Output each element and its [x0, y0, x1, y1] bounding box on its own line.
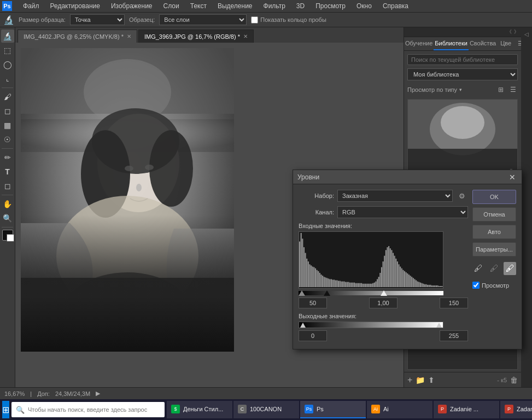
dialog-close-button[interactable]: ✕	[507, 172, 517, 182]
tool-selection[interactable]: ⬚	[1, 44, 14, 57]
taskbar-app-1[interactable]: C 100CANON	[233, 401, 299, 418]
upload-icon[interactable]: ⬆	[428, 376, 435, 384]
trash-icon[interactable]: 🗑	[510, 376, 518, 384]
menu-select[interactable]: Выделение	[215, 2, 255, 10]
taskbar-search-input[interactable]	[28, 406, 160, 413]
svg-rect-39	[328, 278, 329, 287]
input-slider-container	[299, 291, 443, 295]
taskbar-app-3[interactable]: Ai Ai	[367, 401, 432, 418]
panel-tab-learning[interactable]: Обучение	[404, 37, 434, 50]
menu-view[interactable]: Просмотр	[313, 2, 348, 10]
tab-1-close[interactable]: ✕	[127, 33, 131, 39]
output-slider-track[interactable]	[299, 322, 443, 328]
tool-text[interactable]: T	[1, 165, 14, 178]
output-min-value[interactable]: 0	[299, 330, 327, 341]
taskbar-app-2-label: Ps	[317, 406, 324, 412]
tool-hand[interactable]: ✋	[1, 197, 14, 211]
tool-foreground-color[interactable]	[2, 230, 13, 241]
size-select[interactable]: Точка	[70, 14, 125, 25]
eyedropper-gray-button[interactable]: 🖋	[488, 262, 501, 275]
strip-collapse[interactable]: ◁	[522, 30, 531, 38]
input-highlight-value[interactable]: 150	[440, 298, 468, 308]
menu-3d[interactable]: 3D	[294, 2, 307, 10]
tool-gradient[interactable]: ▦	[1, 119, 14, 132]
tool-eyedropper[interactable]: 🔬	[1, 30, 14, 43]
svg-rect-49	[342, 282, 343, 287]
doc-arrow[interactable]: ▶	[96, 390, 100, 397]
svg-rect-37	[325, 277, 326, 287]
tab-2-close[interactable]: ✕	[243, 33, 248, 39]
svg-rect-84	[393, 253, 394, 287]
add-icon[interactable]: +	[407, 375, 412, 385]
taskbar-app-3-label: Ai	[383, 406, 389, 412]
tool-crop[interactable]: ⌞	[1, 72, 14, 85]
input-slider-track[interactable]	[299, 291, 443, 295]
channel-select[interactable]: RGB	[337, 206, 468, 218]
menu-help[interactable]: Справка	[381, 2, 411, 10]
input-shadow-value[interactable]: 50	[299, 298, 327, 308]
tool-dodge[interactable]: ☉	[1, 133, 14, 146]
list-view-button[interactable]: ☰	[508, 85, 518, 95]
menu-filter[interactable]: Фильтр	[261, 2, 288, 10]
ok-button[interactable]: OK	[472, 190, 516, 204]
svg-rect-106	[424, 284, 425, 287]
input-highlight-thumb[interactable]	[381, 290, 387, 296]
taskbar-app-4[interactable]: P Zadanie ...	[434, 401, 499, 418]
grid-view-button[interactable]: ⊞	[496, 85, 506, 95]
input-values-row: 50 1,00 150	[299, 298, 468, 308]
tab-2[interactable]: IMG_3969.JPG @ 16,7% (RGB/8) * ✕	[138, 30, 254, 43]
panel-collapse-right[interactable]: 》	[514, 28, 519, 36]
tool-eraser[interactable]: ◻	[1, 104, 14, 118]
output-max-value[interactable]: 255	[440, 330, 468, 341]
histogram-container: Входные значения:	[299, 223, 468, 289]
panel-collapse-left[interactable]: 《	[507, 28, 512, 36]
tool-pen[interactable]: ✏	[1, 151, 14, 164]
taskbar-app-5[interactable]: P Zadanie 2...	[500, 401, 532, 418]
preview-checkbox[interactable]	[472, 282, 480, 289]
menu-image[interactable]: Изображение	[109, 2, 155, 10]
eyedropper-white-button[interactable]: 🖋	[504, 262, 516, 275]
taskbar-app-0[interactable]: $ Деньги Стил...	[167, 401, 232, 418]
channel-row: Канал: RGB	[299, 206, 468, 218]
dialog-title-bar: Уровни ✕	[293, 170, 522, 184]
sample-select[interactable]: Все слои	[159, 14, 247, 25]
tool-brush[interactable]: 🖌	[1, 90, 14, 103]
taskbar-app-2[interactable]: Ps Ps	[300, 401, 366, 418]
cancel-button[interactable]: Отмена	[472, 207, 516, 221]
menu-layers[interactable]: Слои	[161, 2, 182, 10]
library-select[interactable]: Моя библиотека	[407, 68, 518, 80]
library-search-input[interactable]	[407, 54, 518, 65]
ring-label[interactable]: Показать кольцо пробы	[251, 16, 326, 24]
preset-gear-button[interactable]: ⚙	[456, 190, 468, 202]
taskbar-search[interactable]: 🔍	[11, 402, 165, 417]
eyedropper-black-button[interactable]: 🖋	[472, 262, 485, 275]
menu-edit[interactable]: Редактирование	[48, 2, 102, 10]
svg-rect-29	[313, 267, 314, 287]
view-chevron-icon[interactable]: ▾	[459, 87, 462, 92]
svg-rect-47	[340, 281, 341, 287]
eyedropper-tool-icon: 🔬	[3, 15, 14, 25]
tool-zoom[interactable]: 🔍	[1, 212, 14, 225]
tab-1[interactable]: IMG_4402.JPG @ 6,25% (CMYK/8) * ✕	[17, 30, 137, 43]
tool-shape[interactable]: ◻	[1, 179, 14, 192]
panel-tab-libraries[interactable]: Библиотеки	[434, 37, 469, 50]
panel-view-row: Просмотр по типу ▾ ⊞ ☰	[404, 83, 521, 97]
menu-file[interactable]: Файл	[21, 2, 42, 10]
folder-icon[interactable]: 📁	[416, 376, 425, 384]
input-midtone-thumb[interactable]	[299, 290, 305, 296]
auto-button[interactable]: Авто	[472, 225, 516, 239]
menu-text[interactable]: Текст	[188, 2, 209, 10]
tool-lasso[interactable]: ◯	[1, 58, 14, 71]
menu-window[interactable]: Окно	[354, 2, 374, 10]
svg-rect-22	[303, 247, 305, 287]
input-midtone-value[interactable]: 1,00	[369, 298, 397, 308]
output-highlight-thumb[interactable]	[436, 323, 442, 328]
input-shadow-thumb[interactable]	[324, 290, 330, 296]
panel-tab-properties[interactable]: Свойства	[469, 37, 497, 50]
panel-tab-color[interactable]: Цве	[497, 37, 515, 50]
options-button[interactable]: Параметры...	[472, 242, 516, 256]
preset-select[interactable]: Заказная	[337, 190, 453, 202]
ring-checkbox[interactable]	[251, 16, 258, 24]
start-button[interactable]: ⊞	[2, 401, 9, 418]
output-shadow-thumb[interactable]	[300, 323, 306, 328]
